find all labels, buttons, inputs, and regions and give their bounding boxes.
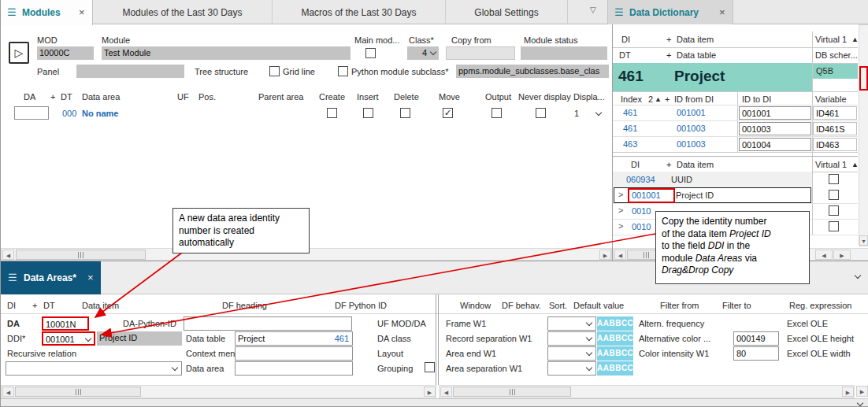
col-output[interactable]: Output	[485, 92, 511, 102]
page-left-icon[interactable]: ◀	[815, 250, 833, 260]
page-right-icon[interactable]: ▶	[833, 250, 851, 260]
area-end-color-field[interactable]: AABBCC	[597, 346, 633, 361]
col-expand[interactable]: +	[50, 92, 55, 102]
dict-col-expand2[interactable]: +	[666, 50, 671, 60]
col-dt[interactable]: DT	[61, 92, 72, 102]
tab-global-settings[interactable]: Global Settings	[446, 0, 568, 24]
close-icon[interactable]: ×	[87, 272, 94, 283]
record-separation-color-field[interactable]: AABBCC	[597, 331, 633, 346]
frame-w1-select[interactable]	[547, 316, 596, 331]
variable-field[interactable]: ID463	[813, 138, 857, 151]
virtual-checkbox[interactable]	[829, 205, 839, 216]
tab-macros-last-30-days[interactable]: Macros of the Last 30 Days	[273, 0, 446, 24]
tab-data-dictionary[interactable]: ☰ Data Dictionary ×	[607, 0, 733, 24]
tab-data-areas[interactable]: ☰ Data Areas* ×	[1, 261, 101, 294]
areas-col-expand[interactable]: +	[32, 301, 37, 310]
close-icon[interactable]: ×	[79, 6, 85, 18]
dict-col-db-schema[interactable]: DB scher...	[815, 50, 858, 60]
frame-w1-color-field[interactable]: AABBCC	[597, 316, 633, 331]
tab-modules[interactable]: ☰ Modules ×	[1, 0, 93, 25]
context-menu-field[interactable]	[235, 346, 353, 361]
item-col-expand[interactable]: +	[666, 160, 671, 169]
display-select[interactable]: 1	[574, 109, 604, 118]
area-end-select[interactable]	[547, 346, 596, 361]
area-separation-color-field[interactable]: AABBCC	[597, 361, 633, 376]
virtual-checkbox[interactable]	[829, 190, 839, 200]
scroll-left-icon[interactable]: ◀	[2, 387, 14, 397]
dict-col-virtual[interactable]: Virtual 1	[815, 35, 847, 44]
item-col-data-item[interactable]: Data item	[677, 160, 714, 169]
scrollbar-thumb[interactable]	[15, 387, 141, 397]
scrollbar-thumb[interactable]	[453, 387, 571, 397]
move-checkbox[interactable]: ✓	[443, 108, 453, 118]
da-id-field[interactable]: 10001N	[42, 316, 89, 331]
area-separation-select[interactable]	[547, 361, 596, 376]
expand-icon[interactable]: >	[618, 221, 623, 231]
areas-col-df-heading[interactable]: DF heading	[222, 301, 267, 310]
dict-col-data-item[interactable]: Data item	[677, 35, 714, 44]
python-subclass-checkbox[interactable]	[338, 66, 348, 76]
scroll-left-icon[interactable]: ◀	[2, 250, 14, 260]
recursive-relation-select[interactable]	[6, 361, 182, 376]
collapse-panel-icon[interactable]	[855, 272, 861, 279]
da-id-input[interactable]	[14, 106, 49, 120]
scroll-left-icon[interactable]: ◀	[614, 250, 626, 260]
collapse-panel-icon[interactable]	[857, 400, 863, 406]
areas-col-sort[interactable]: Sort.	[549, 301, 567, 310]
color-intensity-field[interactable]: 80	[733, 346, 779, 361]
mod-field[interactable]: 10000C	[37, 46, 94, 60]
dict-col-expand[interactable]: +	[666, 35, 671, 44]
id-to-field[interactable]: 001001	[739, 106, 811, 120]
virtual-checkbox[interactable]	[829, 221, 839, 231]
variable-field[interactable]: ID461	[813, 106, 857, 120]
scroll-right-icon[interactable]: ▶	[842, 387, 854, 397]
expand-icon[interactable]: >	[618, 190, 623, 199]
col-parent-area[interactable]: Parent area	[258, 92, 303, 102]
panel-field[interactable]	[76, 65, 184, 78]
areas-left-h-scrollbar[interactable]: ◀ ▶	[1, 385, 436, 398]
tab-overflow-icon[interactable]: ▽	[590, 6, 596, 14]
col-insert[interactable]: Insert	[357, 92, 379, 102]
scrollbar-thumb[interactable]	[16, 250, 146, 260]
data-area-field[interactable]	[235, 361, 353, 376]
copy-from-field[interactable]	[446, 46, 515, 60]
dict-col-di[interactable]: DI	[621, 35, 630, 44]
col-da[interactable]: DA	[24, 92, 35, 102]
delete-checkbox[interactable]	[400, 108, 410, 118]
expand-icon[interactable]: >	[618, 205, 623, 215]
dict-col-data-table[interactable]: Data table	[677, 50, 716, 60]
col-uf[interactable]: UF	[177, 92, 189, 102]
scroll-right-icon[interactable]: ▶	[599, 250, 611, 260]
output-checkbox[interactable]	[491, 108, 502, 118]
python-subclass-field[interactable]: ppms.module_subclasses.base_clas	[456, 65, 609, 78]
module-status-field[interactable]	[521, 46, 607, 60]
scroll-right-icon[interactable]: ▶	[424, 387, 436, 397]
col-move[interactable]: Move	[439, 92, 460, 102]
scroll-down-icon[interactable]: ▼	[859, 235, 868, 246]
alternative-color-field[interactable]: 000149	[733, 331, 779, 346]
areas-col-data-item[interactable]: Data item	[82, 301, 119, 310]
areas-col-df-python-id[interactable]: DF Python ID	[335, 301, 387, 310]
grid-line-checkbox[interactable]	[269, 66, 280, 76]
item-col-virtual[interactable]: Virtual 1	[815, 160, 847, 169]
id-to-field[interactable]: 001004	[739, 138, 811, 151]
scroll-right-icon[interactable]: ▶	[856, 386, 868, 397]
areas-col-dt[interactable]: DT	[43, 301, 55, 310]
col-variable[interactable]: Variable	[815, 94, 847, 104]
main-module-checkbox[interactable]	[365, 48, 376, 58]
col-pos[interactable]: Pos.	[198, 92, 216, 102]
areas-col-window[interactable]: Window	[460, 301, 491, 310]
col-create[interactable]: Create	[319, 92, 345, 102]
col-delete[interactable]: Delete	[394, 92, 419, 102]
col-id-from-di[interactable]: ID from DI	[674, 94, 714, 104]
variable-field[interactable]: ID461S	[813, 122, 857, 135]
areas-col-df-behav[interactable]: DF behav.	[502, 301, 541, 310]
item-col-di[interactable]: DI	[631, 160, 640, 169]
dictionary-v-scrollbar[interactable]: ▼	[859, 24, 868, 246]
areas-col-di[interactable]: DI	[7, 301, 16, 310]
insert-checkbox[interactable]	[363, 108, 373, 118]
areas-right-h-scrollbar[interactable]: ◀ ▶	[439, 385, 855, 398]
col-never-display[interactable]: Never display	[518, 92, 571, 102]
close-icon[interactable]: ×	[719, 6, 725, 18]
never-display-checkbox[interactable]	[536, 108, 546, 118]
